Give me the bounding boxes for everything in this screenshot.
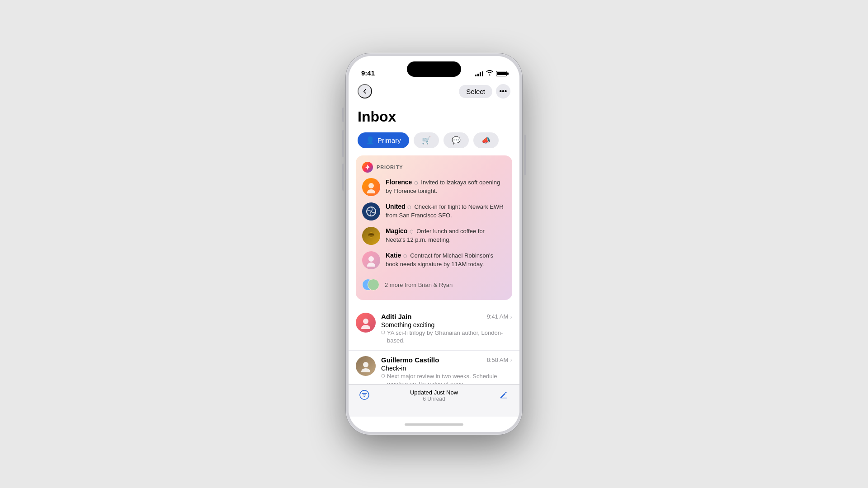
email-item-aditi[interactable]: Aditi Jain 9:41 AM › Something exciting … [349, 307, 519, 351]
ai-summary-icon-2: ⬡ [407, 205, 411, 210]
priority-item-florence[interactable]: Florence ⬡ Invited to izakaya soft openi… [362, 178, 506, 196]
ai-icon-aditi: ⬡ [381, 329, 385, 335]
priority-item-united[interactable]: United ⬡ Check-in for flight to Newark E… [362, 202, 506, 221]
email-time-guillermo: 8:58 AM [487, 357, 509, 363]
chat-icon: 💬 [452, 136, 461, 145]
updated-text: Updated Just Now [410, 389, 458, 396]
more-avatar-stack [362, 276, 380, 294]
priority-header: PRIORITY [362, 162, 506, 173]
volume-down-button [342, 164, 344, 191]
email-preview-aditi: ⬡ YA sci-fi trilogy by Ghanaian author, … [381, 329, 512, 345]
sender-united: United [386, 203, 406, 210]
chevron-left-icon [362, 89, 368, 94]
email-time-row-aditi: 9:41 AM › [487, 313, 512, 320]
home-indicator [349, 417, 519, 432]
tab-messages[interactable]: 💬 [443, 132, 469, 148]
priority-text-united: United ⬡ Check-in for flight to Newark E… [386, 202, 506, 220]
svg-point-6 [367, 263, 375, 267]
nav-bar: Select ••• [349, 80, 519, 103]
email-item-guillermo[interactable]: Guillermo Castillo 8:58 AM › Check-in ⬡ … [349, 351, 519, 384]
priority-item-katie[interactable]: Katie ⬡ Contract for Michael Robinson's … [362, 251, 506, 269]
ai-summary-icon-4: ⬡ [403, 253, 407, 258]
svg-point-5 [368, 256, 374, 262]
battery-icon [496, 71, 507, 76]
phone-frame: 9:41 [346, 53, 522, 435]
priority-text-florence: Florence ⬡ Invited to izakaya soft openi… [386, 178, 506, 195]
nav-actions: Select ••• [459, 84, 510, 99]
unread-count: 6 Unread [410, 396, 458, 402]
email-time-aditi: 9:41 AM [487, 313, 509, 320]
wifi-icon [486, 70, 493, 77]
sender-florence: Florence [386, 178, 412, 186]
priority-item-magico[interactable]: Magico ⬡ Order lunch and coffee for Neet… [362, 227, 506, 245]
bottom-status: Updated Just Now 6 Unread [410, 389, 458, 402]
filter-icon [359, 390, 369, 400]
back-button[interactable] [358, 84, 372, 99]
preview-text-aditi: YA sci-fi trilogy by Ghanaian author, Lo… [387, 329, 512, 345]
status-bar: 9:41 [349, 56, 519, 80]
stack-avatar-ryan [368, 279, 379, 291]
preview-text-guillermo: Next major review in two weeks. Schedule… [387, 373, 512, 384]
svg-point-4 [368, 234, 374, 237]
priority-text-magico: Magico ⬡ Order lunch and coffee for Neet… [386, 227, 506, 244]
phone-screen: 9:41 [349, 56, 519, 432]
status-icons [475, 70, 507, 77]
bottom-bar: Updated Just Now 6 Unread [349, 384, 519, 417]
svg-point-0 [368, 183, 374, 188]
more-from-item[interactable]: 2 more from Brian & Ryan [362, 276, 506, 294]
email-subject-guillermo: Check-in [381, 365, 512, 372]
msg-katie: Contract for Michael Robinson's book nee… [386, 252, 493, 267]
megaphone-icon: 📣 [481, 136, 491, 145]
ai-summary-icon-3: ⬡ [410, 229, 414, 234]
sender-magico: Magico [386, 227, 407, 235]
email-header-aditi: Aditi Jain 9:41 AM › [381, 313, 512, 320]
svg-point-7 [363, 319, 368, 324]
main-content[interactable]: Inbox 👤 Primary 🛒 💬 📣 [349, 103, 519, 384]
avatar-florence [362, 178, 380, 196]
power-button [524, 135, 526, 175]
status-time: 9:41 [361, 69, 375, 77]
svg-point-9 [363, 362, 368, 367]
svg-point-8 [361, 325, 370, 329]
silent-switch [342, 108, 344, 122]
email-sender-aditi: Aditi Jain [381, 313, 412, 320]
email-sender-guillermo: Guillermo Castillo [381, 356, 439, 364]
email-content-guillermo: Guillermo Castillo 8:58 AM › Check-in ⬡ … [381, 356, 512, 384]
svg-rect-12 [500, 398, 507, 399]
avatar-magico [362, 227, 380, 245]
tab-promos[interactable]: 📣 [473, 132, 499, 148]
svg-point-10 [361, 368, 370, 372]
priority-label: PRIORITY [377, 164, 403, 170]
avatar-aditi [356, 313, 376, 333]
priority-text-katie: Katie ⬡ Contract for Michael Robinson's … [386, 251, 506, 268]
dynamic-island [407, 61, 461, 77]
tab-primary-label: Primary [377, 136, 401, 144]
more-button[interactable]: ••• [496, 84, 510, 99]
category-tabs: 👤 Primary 🛒 💬 📣 [349, 132, 519, 155]
email-time-row-guillermo: 8:58 AM › [487, 356, 512, 363]
ellipsis-icon: ••• [500, 87, 507, 95]
page-title: Inbox [349, 103, 519, 132]
ai-summary-icon: ⬡ [414, 180, 418, 185]
chevron-right-icon: › [510, 313, 512, 320]
chevron-right-icon-2: › [510, 356, 512, 363]
select-button[interactable]: Select [459, 85, 492, 98]
tab-shopping[interactable]: 🛒 [414, 132, 439, 148]
ai-icon-guillermo: ⬡ [381, 373, 385, 379]
email-preview-guillermo: ⬡ Next major review in two weeks. Schedu… [381, 373, 512, 384]
filter-button[interactable] [359, 389, 369, 403]
avatar-katie [362, 251, 380, 269]
avatar-guillermo [356, 356, 376, 376]
email-content-aditi: Aditi Jain 9:41 AM › Something exciting … [381, 313, 512, 345]
priority-section: PRIORITY Florence ⬡ Invited to izakaya s… [356, 155, 512, 300]
more-from-text: 2 more from Brian & Ryan [385, 282, 453, 288]
person-icon: 👤 [366, 136, 375, 145]
volume-up-button [342, 130, 344, 157]
compose-icon [499, 390, 509, 400]
email-header-guillermo: Guillermo Castillo 8:58 AM › [381, 356, 512, 364]
email-subject-aditi: Something exciting [381, 321, 512, 328]
sender-katie: Katie [386, 252, 401, 259]
priority-sparkle-icon [362, 162, 373, 173]
compose-button[interactable] [499, 389, 509, 403]
tab-primary[interactable]: 👤 Primary [358, 132, 409, 148]
